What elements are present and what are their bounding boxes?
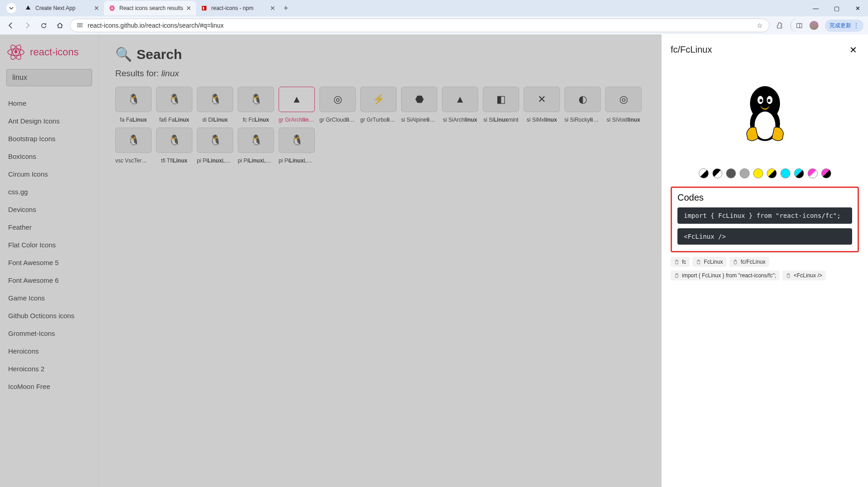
icon-glyph: ◎ [319, 87, 356, 112]
icon-card[interactable]: 🐧pi PiLinuxLogoBold [238, 128, 274, 164]
sidebar-item[interactable]: Circum Icons [6, 165, 92, 183]
side-panel-icon[interactable] [790, 19, 803, 32]
svg-rect-5 [78, 23, 79, 25]
icon-card[interactable]: ▲si SiArchlinux [442, 87, 478, 123]
code-jsx-line[interactable]: <FcLinux /> [677, 228, 852, 245]
sidebar-item[interactable]: Heroicons [6, 342, 92, 360]
icon-card[interactable]: 🐧fa6 FaLinux [156, 87, 192, 123]
color-swatch[interactable] [794, 168, 804, 178]
url-text: react-icons.github.io/react-icons/search… [88, 22, 224, 29]
chip-text: import { FcLinux } from "react-icons/fc"… [682, 272, 776, 279]
icon-card[interactable]: ◧si SiLinuxmint [483, 87, 519, 123]
browser-tab[interactable]: react-icons - npm✕ [196, 1, 280, 15]
sidebar-item[interactable]: Github Octicons icons [6, 307, 92, 325]
icon-grid: 🐧fa FaLinux🐧fa6 FaLinux🐧di DiLinux🐧fc Fc… [115, 87, 645, 164]
icon-label: fa FaLinux [120, 117, 147, 123]
tab-close-icon[interactable]: ✕ [186, 5, 191, 12]
icon-card[interactable]: 🐧pi PiLinuxLogoDuotone [279, 128, 315, 164]
sidebar-item[interactable]: Devicons [6, 201, 92, 218]
icon-label: vsc VscTerminalLi [115, 157, 152, 164]
search-input[interactable] [6, 69, 92, 86]
window-minimize[interactable]: — [805, 1, 826, 15]
icon-card[interactable]: ◎si SiVoidlinux [605, 87, 642, 123]
icon-card[interactable]: 🐧vsc VscTerminalLi [115, 128, 152, 164]
sidebar-item[interactable]: Game Icons [6, 289, 92, 307]
sidebar-item[interactable]: Home [6, 94, 92, 112]
icon-label: pi PiLinuxLogo [197, 157, 233, 164]
icon-card[interactable]: 🐧tfi TfiLinux [156, 128, 192, 164]
site-settings-icon[interactable] [77, 22, 83, 30]
toolbar: react-icons.github.io/react-icons/search… [0, 16, 868, 34]
svg-rect-27 [676, 274, 678, 278]
sidebar-item[interactable]: Ant Design Icons [6, 112, 92, 130]
forward-button[interactable] [21, 19, 34, 32]
icon-card[interactable]: 🐧di DiLinux [197, 87, 233, 123]
browser-tab[interactable]: React icons search results✕ [104, 1, 196, 15]
color-swatch[interactable] [767, 168, 777, 178]
icon-card[interactable]: ◎gr GrCloudlinux [319, 87, 356, 123]
browser-tab[interactable]: Create Next App✕ [20, 1, 104, 15]
icon-label: gr GrTurbolinux [360, 117, 397, 123]
icon-card[interactable]: 🐧fc FcLinux [238, 87, 274, 123]
home-button[interactable] [54, 19, 66, 32]
sidebar-item[interactable]: IcoMoon Free [6, 378, 92, 395]
color-swatch[interactable] [753, 168, 763, 178]
icon-card[interactable]: ⚡gr GrTurbolinux [360, 87, 397, 123]
window-maximize[interactable]: ▢ [826, 1, 847, 15]
tab-strip: Create Next App✕React icons search resul… [0, 0, 868, 16]
color-swatch[interactable] [726, 168, 736, 178]
color-swatch[interactable] [699, 168, 709, 178]
copy-chip[interactable]: <FcLinux /> [782, 271, 826, 280]
tab-close-icon[interactable]: ✕ [270, 5, 275, 12]
icon-card[interactable]: 🐧fa FaLinux [115, 87, 152, 123]
icon-card[interactable]: 🐧pi PiLinuxLogo [197, 128, 233, 164]
color-swatch[interactable] [712, 168, 722, 178]
icon-label: si SiAlpinelinux [401, 117, 437, 123]
extensions-icon[interactable] [773, 19, 786, 32]
icon-label: fa6 FaLinux [159, 117, 189, 123]
profile-avatar[interactable] [808, 19, 820, 32]
copy-chip[interactable]: fc [671, 257, 690, 267]
sidebar-item[interactable]: Heroicons 2 [6, 360, 92, 378]
sidebar-item[interactable]: Bootstrap Icons [6, 130, 92, 148]
color-swatch[interactable] [740, 168, 750, 178]
color-swatch[interactable] [780, 168, 790, 178]
svg-point-20 [767, 99, 770, 102]
icon-glyph: 🐧 [115, 128, 152, 153]
sidebar-item[interactable]: BoxIcons [6, 148, 92, 165]
svg-rect-7 [78, 25, 79, 27]
icon-glyph: 🐧 [156, 87, 192, 112]
copy-chip[interactable]: fc/FcLinux [729, 257, 769, 267]
sidebar-item[interactable]: css.gg [6, 183, 92, 201]
color-swatch[interactable] [821, 168, 831, 178]
sidebar-item[interactable]: Grommet-Icons [6, 325, 92, 342]
icon-card[interactable]: ⬣si SiAlpinelinux [401, 87, 437, 123]
bookmark-icon[interactable]: ☆ [757, 22, 763, 29]
new-tab-button[interactable]: + [284, 4, 289, 13]
code-import-line[interactable]: import { FcLinux } from "react-icons/fc"… [677, 207, 852, 224]
update-chrome-button[interactable]: 完成更新 ⋮ [825, 20, 863, 32]
svg-rect-6 [80, 23, 82, 25]
reload-button[interactable] [37, 19, 50, 32]
copy-chip[interactable]: import { FcLinux } from "react-icons/fc"… [671, 271, 780, 280]
main-content: 🔍 Search Results for: linux 🐧fa FaLinux🐧… [99, 34, 662, 487]
back-button[interactable] [5, 19, 17, 32]
icon-glyph: 🐧 [279, 128, 315, 153]
address-bar[interactable]: react-icons.github.io/react-icons/search… [70, 19, 770, 32]
svg-rect-23 [697, 261, 700, 264]
tab-list-dropdown[interactable] [6, 3, 16, 13]
panel-close-button[interactable]: ✕ [849, 44, 857, 55]
sidebar-item[interactable]: Feather [6, 218, 92, 236]
copy-chip[interactable]: FcLinux [692, 257, 726, 267]
icon-card[interactable]: ▲gr GrArchlinux [279, 87, 315, 123]
icon-card[interactable]: ◐si SiRockylinux [564, 87, 601, 123]
linux-tux-icon [736, 80, 794, 144]
sidebar-item[interactable]: Font Awesome 6 [6, 271, 92, 289]
brand-row[interactable]: react-icons [6, 43, 92, 62]
icon-card[interactable]: ✕si SiMxlinux [524, 87, 560, 123]
color-swatch[interactable] [808, 168, 818, 178]
tab-close-icon[interactable]: ✕ [94, 5, 99, 12]
sidebar-item[interactable]: Font Awesome 5 [6, 254, 92, 271]
sidebar-item[interactable]: Flat Color Icons [6, 236, 92, 254]
window-close[interactable]: ✕ [847, 1, 868, 15]
